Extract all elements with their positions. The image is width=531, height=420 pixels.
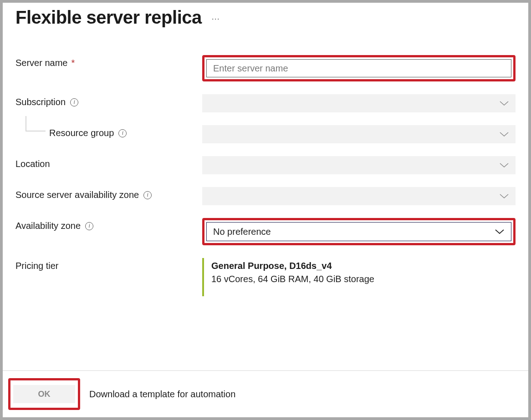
pricing-tier-details: 16 vCores, 64 GiB RAM, 40 GiB storage <box>211 274 516 284</box>
control-subscription <box>202 94 516 112</box>
location-label-text: Location <box>15 159 50 169</box>
control-source-az <box>202 187 516 205</box>
pricing-tier-box: General Purpose, D16ds_v4 16 vCores, 64 … <box>202 258 516 296</box>
page-title: Flexible server replica <box>15 7 202 28</box>
server-name-input[interactable] <box>206 59 511 77</box>
more-actions-icon[interactable]: ··· <box>212 14 220 24</box>
row-server-name: Server name * <box>15 55 516 81</box>
resource-group-select[interactable] <box>202 125 516 143</box>
highlight-server-name <box>202 55 516 81</box>
pricing-tier-label-text: Pricing tier <box>15 261 58 271</box>
row-subscription: Subscription i <box>15 94 516 112</box>
info-icon[interactable]: i <box>70 98 78 106</box>
server-name-label-text: Server name <box>15 58 68 68</box>
header-row: Flexible server replica ··· <box>15 7 516 28</box>
control-server-name <box>202 55 516 81</box>
label-subscription: Subscription i <box>15 94 202 107</box>
control-availability-zone: No preference <box>202 218 516 245</box>
download-template-link[interactable]: Download a template for automation <box>89 389 235 400</box>
control-pricing-tier: General Purpose, D16ds_v4 16 vCores, 64 … <box>202 258 516 296</box>
source-az-label-text: Source server availability zone <box>15 190 139 200</box>
info-icon[interactable]: i <box>85 222 93 230</box>
pricing-tier-name: General Purpose, D16ds_v4 <box>211 261 516 271</box>
chevron-down-icon <box>499 100 509 107</box>
row-pricing-tier: Pricing tier General Purpose, D16ds_v4 1… <box>15 258 516 296</box>
label-location: Location <box>15 156 202 169</box>
label-source-az: Source server availability zone i <box>15 187 202 200</box>
chevron-down-icon <box>499 162 509 169</box>
blade-panel: Flexible server replica ··· Server name … <box>3 3 528 417</box>
subscription-label-text: Subscription <box>15 97 66 107</box>
form-area: Server name * Subscription i <box>15 55 516 296</box>
subscription-select[interactable] <box>202 94 516 112</box>
info-icon[interactable]: i <box>143 191 152 199</box>
highlight-availability-zone: No preference <box>202 218 516 245</box>
ok-button[interactable]: OK <box>13 385 75 403</box>
footer-bar: OK Download a template for automation <box>3 370 528 417</box>
availability-zone-value: No preference <box>213 227 271 237</box>
highlight-ok: OK <box>8 378 80 410</box>
label-server-name: Server name * <box>15 55 202 68</box>
indent-line <box>26 116 46 132</box>
resource-group-label-text: Resource group <box>49 128 114 138</box>
row-location: Location <box>15 156 516 174</box>
availability-zone-select[interactable]: No preference <box>206 222 511 241</box>
label-resource-group: Resource group i <box>15 125 202 138</box>
availability-zone-label-text: Availability zone <box>15 221 81 231</box>
chevron-down-icon <box>499 192 509 200</box>
label-availability-zone: Availability zone i <box>15 218 202 231</box>
row-source-az: Source server availability zone i <box>15 187 516 205</box>
location-select[interactable] <box>202 156 516 174</box>
row-availability-zone: Availability zone i No preference <box>15 218 516 245</box>
control-location <box>202 156 516 174</box>
chevron-down-icon <box>499 131 509 138</box>
chevron-down-icon <box>495 228 505 235</box>
content-area: Flexible server replica ··· Server name … <box>3 3 528 370</box>
info-icon[interactable]: i <box>118 129 127 137</box>
label-pricing-tier: Pricing tier <box>15 258 202 271</box>
row-resource-group: Resource group i <box>15 125 516 143</box>
source-az-select[interactable] <box>202 187 516 205</box>
required-asterisk: * <box>71 58 75 68</box>
control-resource-group <box>202 125 516 143</box>
